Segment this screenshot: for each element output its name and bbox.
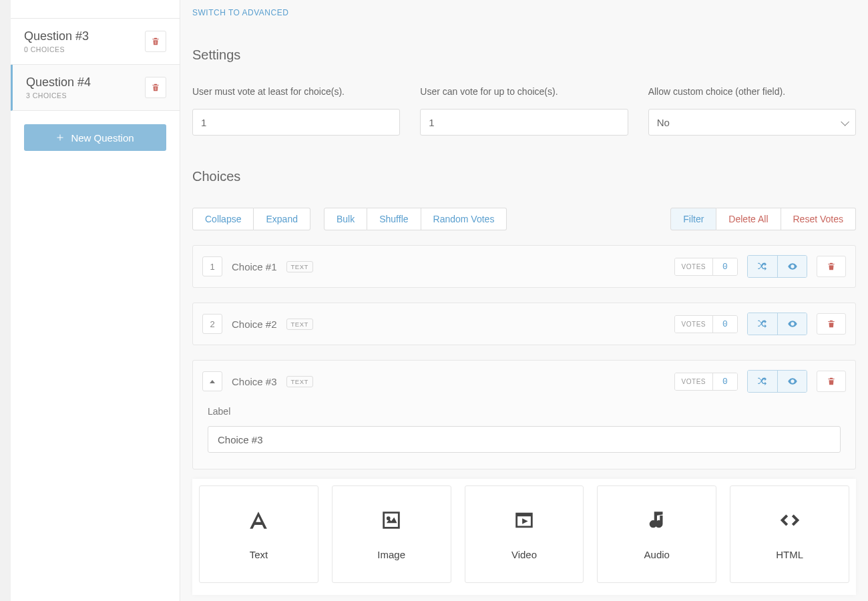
- switch-to-advanced-link[interactable]: SWITCH TO ADVANCED: [192, 8, 288, 17]
- votes-box: VOTES 0: [674, 258, 738, 276]
- expand-button[interactable]: Expand: [254, 208, 310, 230]
- sidebar-top-spacer: [11, 0, 180, 19]
- trash-icon: [827, 262, 836, 271]
- preview-choice-button[interactable]: [777, 313, 807, 335]
- votes-label: VOTES: [675, 373, 713, 390]
- choice-type-tag: TEXT: [286, 261, 313, 272]
- choice-label-field-label: Label: [208, 406, 841, 417]
- random-votes-button[interactable]: Random Votes: [421, 208, 507, 230]
- choice-row: 1 Choice #1 TEXT VOTES 0: [192, 245, 856, 288]
- media-card-audio[interactable]: Audio: [597, 485, 716, 583]
- choice-type-tag: TEXT: [286, 319, 313, 330]
- votes-box: VOTES 0: [674, 315, 738, 333]
- sidebar-question-4[interactable]: Question #4 3 CHOICES: [11, 65, 180, 111]
- choice-index[interactable]: 2: [202, 314, 222, 334]
- votes-label: VOTES: [675, 258, 713, 275]
- choices-heading: Choices: [192, 169, 856, 184]
- choice-row-expanded: Choice #3 TEXT VOTES 0: [192, 360, 856, 469]
- choice-name: Choice #2: [232, 319, 277, 330]
- shuffle-icon: [757, 261, 768, 272]
- media-label: HTML: [776, 549, 803, 560]
- question-title: Question #4: [26, 75, 91, 89]
- trash-icon: [827, 319, 836, 329]
- audio-icon: [646, 509, 668, 532]
- media-label: Image: [377, 549, 405, 560]
- max-votes-input[interactable]: [420, 109, 628, 136]
- shuffle-icon: [757, 376, 768, 387]
- min-votes-label: User must vote at least for choice(s).: [192, 86, 400, 97]
- delete-choice-button[interactable]: [817, 313, 846, 335]
- delete-choice-button[interactable]: [817, 256, 846, 277]
- media-card-html[interactable]: HTML: [730, 485, 849, 583]
- media-card-image[interactable]: Image: [332, 485, 451, 583]
- eye-icon: [787, 376, 798, 387]
- shuffle-choice-button[interactable]: [748, 313, 777, 335]
- question-subtitle: 3 CHOICES: [26, 91, 91, 99]
- media-type-cards: Text Image Video Audio HTML: [192, 479, 856, 595]
- min-votes-input[interactable]: [192, 109, 400, 136]
- votes-box: VOTES 0: [674, 373, 738, 391]
- video-icon: [513, 509, 535, 532]
- media-label: Text: [250, 549, 268, 560]
- shuffle-button[interactable]: Shuffle: [367, 208, 421, 230]
- delete-choice-button[interactable]: [817, 371, 846, 392]
- question-title: Question #3: [24, 29, 89, 43]
- media-label: Audio: [644, 549, 670, 560]
- custom-choice-label: Allow custom choice (other field).: [648, 86, 856, 97]
- new-question-label: New Question: [71, 132, 134, 144]
- media-card-video[interactable]: Video: [465, 485, 584, 583]
- question-subtitle: 0 CHOICES: [24, 45, 89, 53]
- main-panel: SWITCH TO ADVANCED Settings User must vo…: [180, 0, 868, 601]
- code-icon: [779, 509, 801, 532]
- choice-type-tag: TEXT: [286, 376, 313, 387]
- shuffle-choice-button[interactable]: [748, 256, 777, 277]
- trash-icon: [151, 37, 160, 46]
- delete-question-button[interactable]: [145, 77, 166, 98]
- shuffle-choice-button[interactable]: [748, 371, 777, 392]
- delete-question-button[interactable]: [145, 31, 166, 52]
- media-card-text[interactable]: Text: [199, 485, 318, 583]
- media-label: Video: [511, 549, 537, 560]
- reset-votes-button[interactable]: Reset Votes: [781, 208, 857, 230]
- votes-value: 0: [713, 316, 737, 333]
- settings-heading: Settings: [192, 47, 856, 63]
- plus-icon: [56, 134, 64, 142]
- trash-icon: [151, 83, 160, 92]
- choice-name: Choice #1: [232, 261, 277, 272]
- preview-choice-button[interactable]: [777, 256, 807, 277]
- new-question-button[interactable]: New Question: [24, 124, 166, 151]
- collapse-button[interactable]: Collapse: [192, 208, 254, 230]
- choice-row: 2 Choice #2 TEXT VOTES 0: [192, 303, 856, 345]
- votes-label: VOTES: [675, 316, 713, 333]
- choice-label-input[interactable]: [208, 426, 841, 453]
- eye-icon: [787, 319, 798, 329]
- collapse-toggle[interactable]: [202, 371, 222, 391]
- trash-icon: [827, 377, 836, 386]
- filter-button[interactable]: Filter: [670, 208, 716, 230]
- max-votes-label: User can vote for up to choice(s).: [420, 86, 628, 97]
- sidebar: Question #3 0 CHOICES Question #4 3 CHOI…: [11, 0, 180, 601]
- votes-value: 0: [713, 258, 737, 275]
- delete-all-button[interactable]: Delete All: [716, 208, 781, 230]
- eye-icon: [787, 261, 798, 272]
- sidebar-question-3[interactable]: Question #3 0 CHOICES: [11, 19, 180, 65]
- shuffle-icon: [757, 319, 768, 329]
- custom-choice-select[interactable]: No: [648, 109, 856, 136]
- choice-index[interactable]: 1: [202, 256, 222, 276]
- choice-name: Choice #3: [232, 376, 277, 387]
- bulk-button[interactable]: Bulk: [324, 208, 367, 230]
- image-icon: [380, 509, 403, 532]
- preview-choice-button[interactable]: [777, 371, 807, 392]
- votes-value: 0: [713, 373, 737, 390]
- text-icon: [247, 509, 270, 532]
